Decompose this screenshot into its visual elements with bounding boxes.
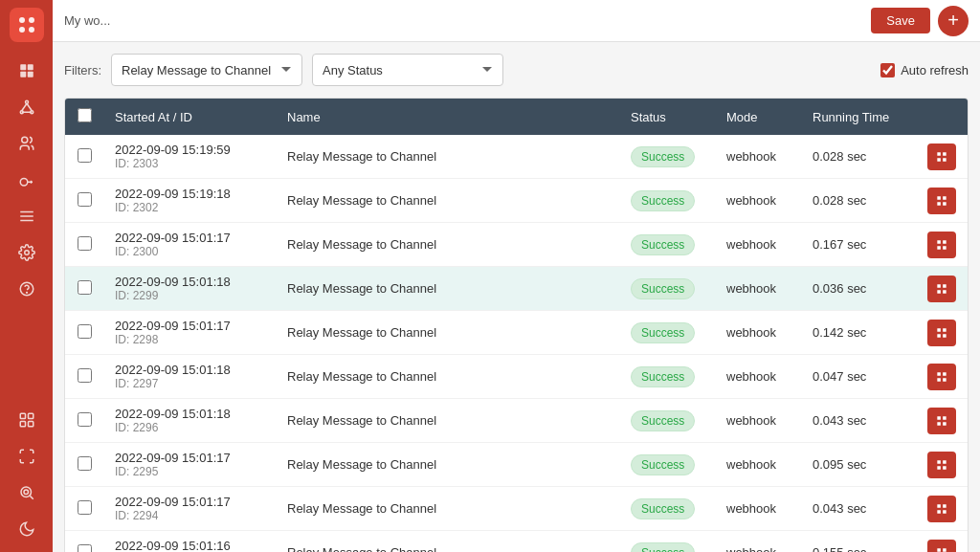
svg-rect-23 xyxy=(28,413,33,418)
view-button[interactable] xyxy=(927,452,956,478)
row-checkbox-cell[interactable] xyxy=(65,399,103,443)
row-mode: webhook xyxy=(715,179,801,223)
row-name: Relay Message to Channel xyxy=(276,399,619,443)
table-row: 2022-09-09 15:01:18 ID: 2299 Relay Messa… xyxy=(65,267,968,311)
row-mode: webhook xyxy=(715,267,801,311)
table-row: 2022-09-09 15:01:17 ID: 2295 Relay Messa… xyxy=(65,443,968,487)
svg-point-14 xyxy=(21,137,27,143)
view-button[interactable] xyxy=(927,496,956,522)
row-runtime: 0.043 sec xyxy=(801,487,916,531)
main-content: My wo... Save + Filters: Relay Message t… xyxy=(53,0,980,552)
table-row: 2022-09-09 15:19:59 ID: 2303 Relay Messa… xyxy=(65,135,968,179)
auto-refresh-wrapper: Auto refresh xyxy=(880,63,969,77)
moon-icon[interactable] xyxy=(11,514,42,544)
view-button[interactable] xyxy=(927,364,956,390)
svg-rect-24 xyxy=(20,422,25,427)
row-mode: webhook xyxy=(715,399,801,443)
row-checkbox[interactable] xyxy=(78,544,92,553)
table-row: 2022-09-09 15:01:17 ID: 2300 Relay Messa… xyxy=(65,223,968,267)
list-icon[interactable] xyxy=(11,201,42,232)
workflow-filter[interactable]: Relay Message to Channel All Workflows xyxy=(111,54,302,86)
status-badge: Success xyxy=(631,190,695,211)
row-name: Relay Message to Channel xyxy=(276,223,619,267)
row-checkbox-cell[interactable] xyxy=(65,135,103,179)
table-row: 2022-09-09 15:01:16 ID: 2293 Relay Messa… xyxy=(65,531,968,553)
row-checkbox-cell[interactable] xyxy=(65,179,103,223)
fullscreen-icon[interactable] xyxy=(11,441,42,472)
row-checkbox[interactable] xyxy=(78,500,92,515)
view-button[interactable] xyxy=(927,188,956,214)
status-badge: Success xyxy=(631,498,695,519)
row-runtime: 0.028 sec xyxy=(801,135,916,179)
row-status: Success xyxy=(619,355,715,399)
row-checkbox[interactable] xyxy=(78,456,92,471)
row-started-at: 2022-09-09 15:01:18 ID: 2299 xyxy=(103,267,276,311)
view-button[interactable] xyxy=(927,144,956,170)
zoom-icon[interactable] xyxy=(11,477,42,508)
users-icon[interactable] xyxy=(11,128,42,159)
row-checkbox-cell[interactable] xyxy=(65,443,103,487)
row-status: Success xyxy=(619,399,715,443)
row-checkbox-cell[interactable] xyxy=(65,487,103,531)
row-checkbox-cell[interactable] xyxy=(65,531,103,553)
svg-point-3 xyxy=(29,27,34,33)
table-header-row: Started At / ID Name Status Mode Running… xyxy=(65,99,968,135)
grid-bottom-icon[interactable] xyxy=(11,405,42,435)
status-filter[interactable]: Any Status Success Failed Running xyxy=(312,54,503,86)
logo[interactable] xyxy=(10,8,44,42)
row-name: Relay Message to Channel xyxy=(276,179,619,223)
row-checkbox-cell[interactable] xyxy=(65,355,103,399)
settings-icon[interactable] xyxy=(11,237,42,268)
svg-rect-5 xyxy=(27,64,33,70)
row-checkbox[interactable] xyxy=(78,324,92,339)
status-badge: Success xyxy=(631,146,695,167)
auto-refresh-checkbox[interactable] xyxy=(880,63,895,77)
home-icon[interactable] xyxy=(11,55,42,86)
row-mode: webhook xyxy=(715,443,801,487)
row-name: Relay Message to Channel xyxy=(276,267,619,311)
save-button[interactable]: Save xyxy=(871,8,930,33)
svg-line-28 xyxy=(30,496,33,498)
row-runtime: 0.155 sec xyxy=(801,531,916,553)
svg-point-27 xyxy=(24,490,29,495)
row-action xyxy=(916,487,968,531)
view-button[interactable] xyxy=(927,320,956,346)
network-icon[interactable] xyxy=(11,92,42,122)
svg-rect-4 xyxy=(20,64,26,70)
row-checkbox[interactable] xyxy=(78,192,92,207)
row-name: Relay Message to Channel xyxy=(276,311,619,355)
row-checkbox[interactable] xyxy=(78,148,92,163)
row-checkbox-cell[interactable] xyxy=(65,311,103,355)
add-button[interactable]: + xyxy=(938,6,969,36)
svg-point-1 xyxy=(29,17,34,23)
svg-rect-22 xyxy=(20,413,25,418)
row-started-at: 2022-09-09 15:01:18 ID: 2297 xyxy=(103,355,276,399)
row-id: ID: 2294 xyxy=(115,509,264,522)
row-checkbox[interactable] xyxy=(78,412,92,427)
row-date: 2022-09-09 15:01:18 xyxy=(115,363,264,377)
row-checkbox[interactable] xyxy=(78,368,92,383)
row-runtime: 0.028 sec xyxy=(801,179,916,223)
row-checkbox-cell[interactable] xyxy=(65,223,103,267)
status-badge: Success xyxy=(631,322,695,343)
status-badge: Success xyxy=(631,454,695,475)
row-date: 2022-09-09 15:19:59 xyxy=(115,143,264,157)
view-button[interactable] xyxy=(927,408,956,434)
view-button[interactable] xyxy=(927,232,956,258)
row-started-at: 2022-09-09 15:19:18 ID: 2302 xyxy=(103,179,276,223)
row-checkbox-cell[interactable] xyxy=(65,267,103,311)
view-button[interactable] xyxy=(927,540,956,553)
select-all-checkbox[interactable] xyxy=(78,108,92,122)
row-date: 2022-09-09 15:01:16 xyxy=(115,539,264,552)
row-action xyxy=(916,223,968,267)
row-checkbox[interactable] xyxy=(78,236,92,251)
row-checkbox[interactable] xyxy=(78,280,92,295)
row-action xyxy=(916,179,968,223)
row-mode: webhook xyxy=(715,487,801,531)
key-icon[interactable] xyxy=(11,165,42,195)
table-row: 2022-09-09 15:19:18 ID: 2302 Relay Messa… xyxy=(65,179,968,223)
view-button[interactable] xyxy=(927,276,956,302)
help-icon[interactable] xyxy=(11,274,42,304)
row-mode: webhook xyxy=(715,223,801,267)
executions-table: Started At / ID Name Status Mode Running… xyxy=(64,98,969,552)
